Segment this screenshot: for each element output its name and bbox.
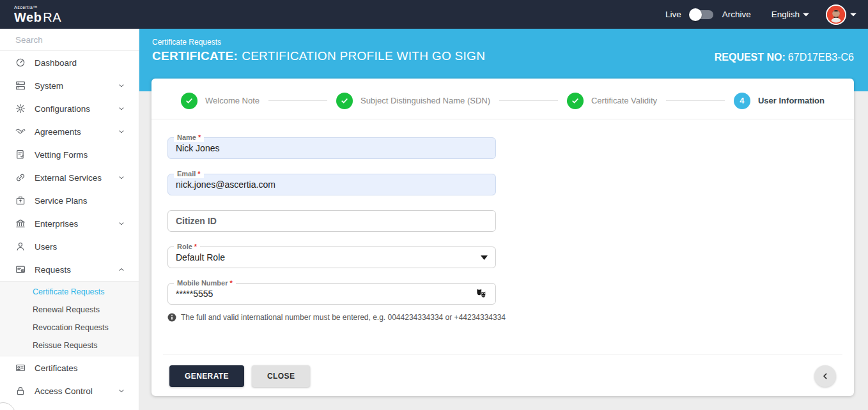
chevron-down-icon (117, 81, 126, 90)
email-input[interactable] (176, 179, 488, 190)
info-icon (167, 313, 176, 322)
brand-ascertia: Ascertia™ (14, 5, 61, 10)
sidebar-item-dashboard[interactable]: Dashboard (0, 51, 139, 74)
theater-masks-icon[interactable] (476, 289, 488, 299)
submenu-item-renewal-requests[interactable]: Renewal Requests (0, 301, 139, 319)
sidebar-item-enterprises[interactable]: Enterprises (0, 212, 139, 235)
handshake-icon (15, 126, 26, 137)
step-done-icon (336, 93, 353, 109)
request-card-icon (15, 264, 26, 275)
sidebar: Dashboard System Configurations Agreemen… (0, 29, 139, 410)
sidebar-item-label: System (35, 81, 109, 91)
sidebar-item-requests[interactable]: Requests (0, 258, 139, 281)
sidebar-item-label: Service Plans (35, 196, 126, 206)
close-button[interactable]: CLOSE (252, 365, 310, 387)
page-title: CERTIFICATE:CERTIFICATION PROFILE WITH G… (152, 49, 485, 63)
email-field[interactable]: Email (167, 174, 496, 195)
sidebar-item-partial[interactable] (0, 404, 139, 410)
lock-icon (15, 385, 26, 397)
email-field-label: Email (174, 169, 204, 178)
mobile-number-field[interactable]: Mobile Number (167, 283, 496, 305)
chevron-down-icon (117, 386, 126, 395)
required-asterisk (229, 278, 232, 287)
sidebar-item-access-control[interactable]: Access Control (0, 379, 139, 402)
language-dropdown[interactable]: English (771, 10, 809, 19)
generate-button[interactable]: GENERATE (169, 365, 244, 387)
step-user-information[interactable]: 4 User Information (734, 93, 825, 109)
citizen-id-input[interactable] (176, 216, 488, 226)
language-label: English (771, 10, 800, 19)
step-connector (268, 100, 327, 101)
request-number-label: REQUEST NO: (715, 52, 786, 63)
step-label: Certificate Validity (591, 96, 657, 105)
brand-ra: RA (43, 10, 61, 24)
sidebar-item-external-services[interactable]: External Services (0, 166, 139, 189)
request-number: REQUEST NO:67D17EB3-C6 (715, 52, 854, 63)
back-button[interactable] (814, 365, 836, 387)
sidebar-item-label: Requests (35, 265, 109, 275)
step-welcome-note[interactable]: Welcome Note (181, 93, 260, 109)
chevron-down-icon (850, 12, 856, 17)
chevron-left-icon (820, 371, 830, 381)
role-field[interactable]: Role Default Role (167, 247, 496, 268)
required-asterisk (198, 169, 200, 178)
app-logo: Ascertia™ WebRA (14, 5, 61, 24)
role-selected-value: Default Role (176, 252, 481, 262)
package-icon (15, 195, 26, 206)
page-title-prefix: CERTIFICATE: (152, 49, 238, 63)
page-title-text: CERTIFICATION PROFILE WITH GO SIGN (242, 49, 485, 63)
avatar-illustration (827, 6, 845, 24)
sidebar-item-label: Agreements (35, 127, 109, 137)
sidebar-item-label: Access Control (35, 386, 109, 396)
wizard-stepper: Welcome Note Subject Distinguished Name … (151, 79, 854, 119)
mobile-number-input[interactable] (176, 289, 476, 299)
step-sdn[interactable]: Subject Distinguished Name (SDN) (336, 93, 490, 109)
sidebar-item-agreements[interactable]: Agreements (0, 120, 139, 143)
name-field[interactable]: Name (167, 137, 496, 159)
step-connector (666, 100, 725, 101)
breadcrumb: Certificate Requests (152, 38, 485, 47)
top-bar: Ascertia™ WebRA Live Archive English (0, 0, 868, 29)
form-card: Welcome Note Subject Distinguished Name … (151, 79, 854, 396)
sidebar-item-configurations[interactable]: Configurations (0, 97, 139, 120)
link-icon (15, 172, 26, 183)
live-label: Live (665, 10, 681, 19)
sidebar-item-certificates[interactable]: Certificates (0, 356, 139, 379)
sidebar-item-label: Dashboard (35, 58, 126, 68)
toggle-knob[interactable] (689, 8, 702, 21)
citizen-id-field[interactable] (167, 210, 496, 232)
chevron-down-icon (803, 12, 809, 17)
sidebar-item-vetting-forms[interactable]: Vetting Forms (0, 143, 139, 166)
submenu-item-revocation-requests[interactable]: Revocation Requests (0, 319, 139, 337)
step-label: Subject Distinguished Name (SDN) (360, 96, 490, 105)
check-icon (185, 96, 194, 105)
request-number-value: 67D17EB3-C6 (788, 52, 854, 63)
avatar[interactable] (826, 4, 846, 25)
certificate-card-icon (15, 362, 26, 374)
name-input[interactable] (176, 143, 488, 153)
sidebar-item-users[interactable]: Users (0, 235, 139, 258)
step-label: Welcome Note (205, 96, 260, 105)
sidebar-item-label: Vetting Forms (35, 150, 126, 160)
sidebar-item-label: Configurations (35, 104, 109, 114)
user-icon (15, 241, 26, 252)
required-asterisk (198, 133, 201, 142)
sidebar-item-service-plans[interactable]: Service Plans (0, 189, 139, 212)
user-menu[interactable] (826, 4, 856, 25)
requests-submenu: Certificate Requests Renewal Requests Re… (0, 281, 139, 356)
bank-icon (15, 218, 26, 229)
select-dropdown-icon[interactable] (481, 255, 488, 261)
archive-label: Archive (722, 10, 751, 19)
search-input[interactable] (15, 35, 128, 45)
live-archive-toggle[interactable] (690, 10, 713, 19)
submenu-item-reissue-requests[interactable]: Reissue Requests (0, 337, 139, 354)
chevron-down-icon (117, 173, 126, 182)
submenu-item-certificate-requests[interactable]: Certificate Requests (0, 283, 139, 301)
step-number-badge: 4 (734, 93, 750, 109)
step-certificate-validity[interactable]: Certificate Validity (567, 93, 657, 109)
dashboard-icon (15, 57, 26, 68)
chevron-down-icon (117, 127, 126, 136)
mobile-number-field-label: Mobile Number (174, 278, 236, 287)
step-done-icon (181, 93, 198, 109)
sidebar-item-system[interactable]: System (0, 74, 139, 97)
